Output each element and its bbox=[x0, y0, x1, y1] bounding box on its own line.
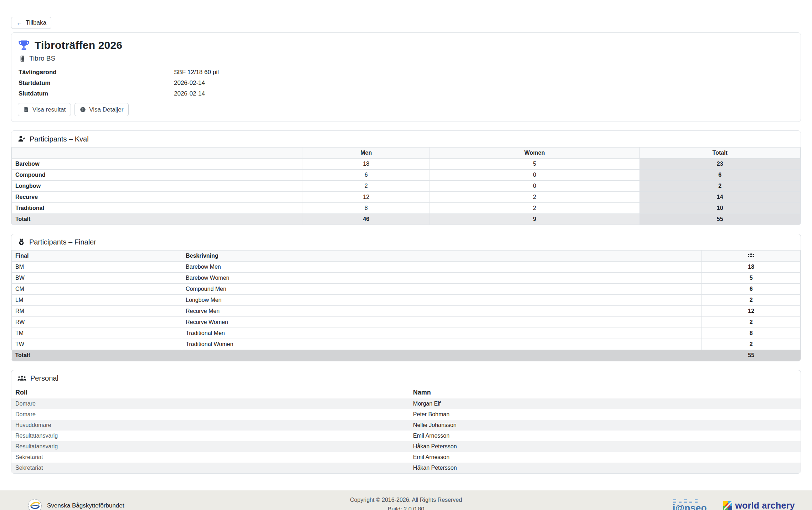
cell-total-label: Totalt bbox=[12, 214, 303, 225]
federation-name: Svenska Bågskytteförbundet bbox=[47, 502, 124, 509]
table-row: BM Barebow Men 18 bbox=[12, 262, 801, 273]
cell-women: 5 bbox=[430, 159, 639, 170]
building-icon bbox=[19, 55, 26, 62]
detail-row: Startdatum 2026-02-14 bbox=[19, 78, 794, 88]
table-row: Resultatansvarig Håkan Petersson bbox=[11, 441, 801, 452]
cell-role: Domare bbox=[11, 409, 409, 420]
table-row: TM Traditional Men 8 bbox=[12, 328, 801, 339]
finaler-table: Final Beskrivning bbox=[11, 250, 801, 361]
cell-name: Peter Bohman bbox=[409, 409, 801, 420]
table-row: BW Barebow Women 5 bbox=[12, 273, 801, 284]
table-row: TW Traditional Women 2 bbox=[12, 339, 801, 350]
kval-header-row: Men Women Totalt bbox=[12, 148, 801, 159]
personal-table: Roll Namn Domare Morgan Elf Domare Peter… bbox=[11, 386, 801, 473]
cell-women: 0 bbox=[430, 170, 639, 181]
world-archery-logo[interactable]: world archery bbox=[723, 500, 795, 510]
cell-description: Barebow Men bbox=[182, 262, 702, 273]
cell-count: 2 bbox=[702, 339, 801, 350]
cell-category: Traditional bbox=[12, 203, 303, 214]
table-row: Compound 6 0 6 bbox=[12, 170, 801, 181]
detail-row: Tävlingsrond SBF 12/18 60 pil bbox=[19, 67, 794, 78]
trophy-icon bbox=[18, 39, 30, 51]
kval-section-header: Participants – Kval bbox=[11, 131, 801, 147]
cell-role: Resultatansvarig bbox=[11, 431, 409, 441]
column-header-final: Final bbox=[12, 251, 182, 262]
event-header-card: Tibroträffen 2026 Tibro BS Tävlingsrond … bbox=[11, 32, 801, 122]
sbf-logo-icon bbox=[28, 499, 42, 510]
detail-label: Startdatum bbox=[19, 79, 174, 87]
cell-role: Sekretariat bbox=[11, 452, 409, 463]
person-check-icon bbox=[17, 135, 26, 143]
table-row: CM Compound Men 6 bbox=[12, 284, 801, 295]
people-group-icon bbox=[17, 375, 26, 381]
detail-value: 2026-02-14 bbox=[174, 79, 794, 87]
cell-final: RW bbox=[12, 317, 182, 328]
detail-value: SBF 12/18 60 pil bbox=[174, 69, 794, 76]
cell-category: Barebow bbox=[12, 159, 303, 170]
personal-card: Personal Roll Namn Domare Morgan Elf Dom… bbox=[11, 370, 801, 474]
cell-description: Traditional Men bbox=[182, 328, 702, 339]
world-archery-target-icon bbox=[723, 501, 732, 510]
personal-section-header: Personal bbox=[11, 370, 801, 386]
cell-role: Huvuddomare bbox=[11, 420, 409, 431]
cell-final: TW bbox=[12, 339, 182, 350]
cell-name: Nellie Johansson bbox=[409, 420, 801, 431]
cell-final: TM bbox=[12, 328, 182, 339]
cell-final: BM bbox=[12, 262, 182, 273]
footer-logos: i@nseo world archery bbox=[673, 499, 795, 510]
cell-grand-total: 55 bbox=[639, 214, 800, 225]
column-header-totalt: Totalt bbox=[639, 148, 800, 159]
table-row: Sekretariat Håkan Petersson bbox=[11, 463, 801, 473]
ianseo-logo[interactable]: i@nseo bbox=[673, 499, 707, 510]
show-results-button[interactable]: Visa resultat bbox=[18, 103, 71, 116]
cell-total-men: 46 bbox=[303, 214, 430, 225]
personal-header-row: Roll Namn bbox=[11, 386, 801, 398]
cell-men: 12 bbox=[303, 192, 430, 203]
kval-total-row: Totalt 46 9 55 bbox=[12, 214, 801, 225]
cell-final: LM bbox=[12, 295, 182, 306]
cell-men: 2 bbox=[303, 181, 430, 192]
cell-description: Barebow Women bbox=[182, 273, 702, 284]
table-row: Huvuddomare Nellie Johansson bbox=[11, 420, 801, 431]
cell-grand-total: 55 bbox=[702, 350, 801, 361]
ianseo-logo-bars bbox=[673, 499, 698, 503]
federation-branding: Svenska Bågskytteförbundet bbox=[28, 499, 124, 510]
back-button-label: Tillbaka bbox=[26, 19, 46, 26]
cell-category: Compound bbox=[12, 170, 303, 181]
club-row: Tibro BS bbox=[19, 55, 794, 62]
ianseo-logo-text: i@nseo bbox=[673, 503, 707, 510]
participants-kval-card: Participants – Kval Men Women Totalt Bar… bbox=[11, 130, 801, 225]
page-title: Tibroträffen 2026 bbox=[35, 39, 122, 51]
show-details-button[interactable]: Visa Detaljer bbox=[74, 103, 129, 116]
table-row: Sekretariat Emil Arnesson bbox=[11, 452, 801, 463]
cell-count: 2 bbox=[702, 295, 801, 306]
table-row: LM Longbow Men 2 bbox=[12, 295, 801, 306]
cell-men: 6 bbox=[303, 170, 430, 181]
back-button[interactable]: ← Tillbaka bbox=[11, 17, 51, 29]
medal-icon bbox=[17, 238, 25, 246]
club-name: Tibro BS bbox=[29, 55, 55, 62]
cell-name: Håkan Petersson bbox=[409, 463, 801, 473]
show-details-label: Visa Detaljer bbox=[89, 106, 123, 113]
event-actions: Visa resultat Visa Detaljer bbox=[18, 103, 794, 116]
cell-description: Compound Men bbox=[182, 284, 702, 295]
cell-role: Sekretariat bbox=[11, 463, 409, 473]
show-results-label: Visa resultat bbox=[32, 106, 66, 113]
personal-section-title: Personal bbox=[30, 374, 58, 382]
cell-total: 23 bbox=[639, 159, 800, 170]
detail-value: 2026-02-14 bbox=[174, 90, 794, 97]
cell-description: Recurve Women bbox=[182, 317, 702, 328]
detail-label: Tävlingsrond bbox=[19, 69, 174, 76]
column-header-count bbox=[702, 251, 801, 262]
world-archery-logo-text: world archery bbox=[735, 500, 795, 510]
column-header-women: Women bbox=[430, 148, 639, 159]
cell-count: 5 bbox=[702, 273, 801, 284]
file-icon bbox=[23, 107, 29, 113]
cell-category: Recurve bbox=[12, 192, 303, 203]
table-row: Resultatansvarig Emil Arnesson bbox=[11, 431, 801, 441]
table-row: Domare Peter Bohman bbox=[11, 409, 801, 420]
column-header-beskrivning: Beskrivning bbox=[182, 251, 702, 262]
cell-total: 2 bbox=[639, 181, 800, 192]
finaler-header-row: Final Beskrivning bbox=[12, 251, 801, 262]
cell-name: Morgan Elf bbox=[409, 398, 801, 409]
